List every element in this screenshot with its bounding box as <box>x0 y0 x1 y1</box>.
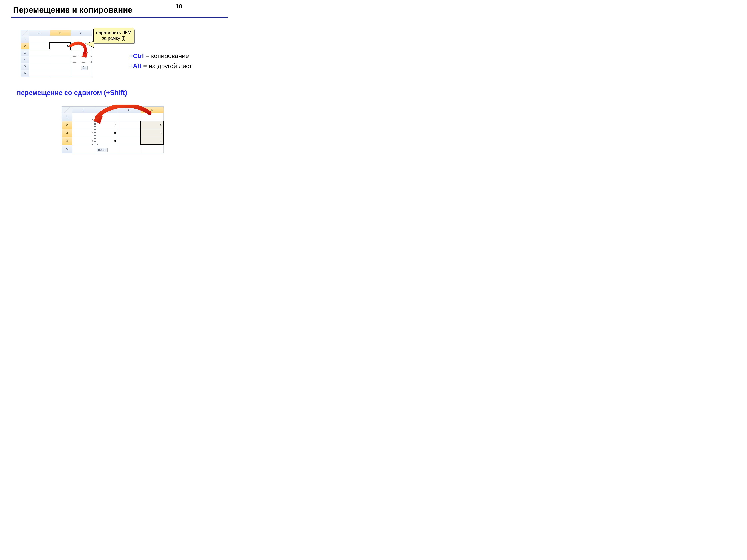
grid-1-table: A B C 1 25 3 4 5 6 <box>21 30 92 77</box>
callout-line-2: за рамку (!) <box>102 35 126 41</box>
title-rule <box>11 17 228 18</box>
grid-2-row-5: 5 <box>62 145 72 153</box>
grid-2-row-4: 4 <box>62 137 72 145</box>
grid-2-row-1: 1 <box>62 113 72 121</box>
grid-1-cell-B2: 5 <box>50 43 71 49</box>
grid-1-row-2: 2 <box>21 43 29 49</box>
grid-1-row-1: 1 <box>21 36 29 43</box>
hint-alt: +Alt = на другой лист <box>129 62 192 70</box>
slide: 10 Перемещение и копирование A B C 1 25 … <box>0 0 239 179</box>
hint-alt-text: = на другой лист <box>141 62 192 70</box>
grid-1-row-3: 3 <box>21 50 29 56</box>
grid-1-row-5: 5 <box>21 63 29 70</box>
grid-1: A B C 1 25 3 4 5 6 <box>21 30 92 77</box>
grid-2-cell-D3: 5 <box>140 129 163 137</box>
grid-2-cell-A4: 3 <box>72 137 95 145</box>
grid-1-row-4: 4 <box>21 56 29 63</box>
grid-1-corner <box>21 30 29 36</box>
grid-1-row-6: 6 <box>21 70 29 77</box>
grid-2-table: A B C D 1 2 1 7 4 3 2 8 5 4 3 9 <box>62 107 163 153</box>
grid-2-cell-B2: 7 <box>95 121 118 129</box>
grid-2: A B C D 1 2 1 7 4 3 2 8 5 4 3 9 <box>61 106 164 154</box>
slide-title: Перемещение и копирование <box>13 5 133 15</box>
grid-2-row-2: 2 <box>62 121 72 129</box>
hint-ctrl-key: +Ctrl <box>129 52 144 59</box>
grid-2-cell-A3: 2 <box>72 129 95 137</box>
grid-1-tooltip: C4 <box>81 66 87 70</box>
grid-2-col-C: C <box>118 107 140 113</box>
subheading: перемещение со сдвигом (+Shift) <box>17 89 127 97</box>
grid-2-col-D: D <box>140 107 163 113</box>
hint-ctrl: +Ctrl = копирование <box>129 52 189 59</box>
grid-2-col-B: B <box>95 107 118 113</box>
grid-2-cell-A2: 1 <box>72 121 95 129</box>
grid-2-row-3: 3 <box>62 129 72 137</box>
callout: перетащить ЛКМ за рамку (!) <box>86 28 134 50</box>
grid-2-cell-B4: 9 <box>95 137 118 145</box>
hint-ctrl-text: = копирование <box>144 52 189 59</box>
grid-2-corner <box>62 107 72 113</box>
page-number: 10 <box>176 3 182 10</box>
grid-2-tooltip: B2:B4 <box>97 148 108 152</box>
grid-1-col-B: B <box>50 30 71 36</box>
callout-line-1: перетащить ЛКМ <box>96 30 131 35</box>
grid-2-col-A: A <box>72 107 95 113</box>
grid-2-cell-B3: 8 <box>95 129 118 137</box>
grid-1-col-A: A <box>29 30 50 36</box>
hint-alt-key: +Alt <box>129 62 141 70</box>
grid-2-cell-D2: 4 <box>140 121 163 129</box>
grid-2-cell-D4: 6 <box>140 137 163 145</box>
